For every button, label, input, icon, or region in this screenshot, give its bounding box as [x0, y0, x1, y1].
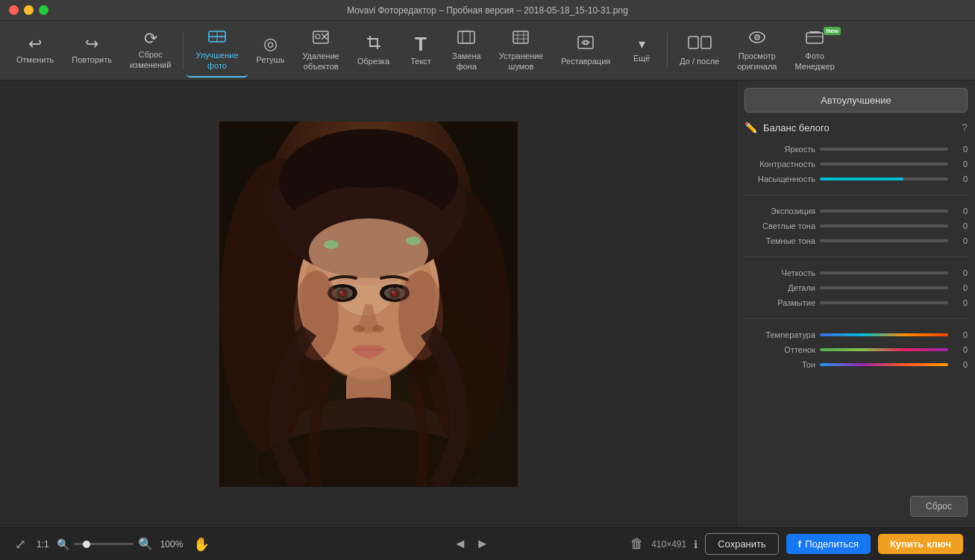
right-panel: Автоулучшение ✏️ Баланс белого ? Яркость…	[736, 81, 975, 527]
toolbar-bg-replace[interactable]: Замена фона	[443, 24, 490, 78]
preview-icon	[747, 29, 767, 48]
svg-point-22	[756, 37, 758, 38]
zoom-controls[interactable]: 🔍 🔍	[57, 537, 153, 551]
share-button[interactable]: f Поделиться	[786, 534, 871, 554]
toolbar-undo[interactable]: ↩ Отменить	[7, 24, 63, 78]
title-bar: Movavi Фоторедактор – Пробная версия – 2…	[0, 0, 975, 21]
info-button[interactable]: ℹ	[694, 538, 697, 550]
minimize-button[interactable]	[24, 5, 34, 15]
zoom-minus-icon[interactable]: 🔍	[57, 538, 69, 550]
exposure-value: 0	[953, 207, 968, 215]
svg-rect-9	[458, 31, 474, 43]
white-balance-help[interactable]: ?	[962, 122, 968, 133]
crop-label: Обрезка	[357, 57, 389, 66]
ratio-label: 1:1	[37, 539, 49, 550]
toolbar-redo[interactable]: ↪ Повторить	[63, 24, 121, 78]
tone-value: 0	[953, 360, 968, 369]
details-slider[interactable]	[820, 286, 948, 289]
main-area: Автоулучшение ✏️ Баланс белого ? Яркость…	[0, 81, 975, 527]
saturation-slider[interactable]	[820, 177, 948, 180]
photo-manager-label: Фото Менеджер	[794, 51, 834, 71]
next-photo-button[interactable]: ►	[476, 536, 489, 552]
toolbar-text[interactable]: T Текст	[398, 24, 443, 78]
zoom-slider-thumb[interactable]	[83, 541, 90, 548]
toolbar-denoise[interactable]: Устранение шумов	[490, 24, 553, 78]
exposure-slider[interactable]	[820, 210, 948, 213]
exposure-row: Экспозиция 0	[744, 204, 968, 218]
tone-row: Тон 0	[744, 358, 968, 371]
toolbar-preview[interactable]: Просмотр оригинала	[728, 24, 786, 78]
close-button[interactable]	[9, 5, 19, 15]
temperature-row: Температура 0	[744, 328, 968, 342]
exposure-label: Экспозиция	[744, 207, 815, 215]
brightness-slider[interactable]	[820, 148, 948, 151]
zoom-plus-icon[interactable]: 🔍	[138, 537, 153, 551]
zoom-percent: 100%	[160, 539, 184, 550]
delete-button[interactable]: 🗑	[630, 536, 644, 552]
temperature-slider[interactable]	[820, 333, 948, 336]
toolbar-before-after[interactable]: До / после	[671, 24, 728, 78]
blur-slider[interactable]	[820, 301, 948, 304]
tone-slider[interactable]	[820, 363, 948, 366]
redo-icon: ↪	[85, 36, 98, 52]
window-controls[interactable]	[9, 5, 48, 15]
save-button[interactable]: Сохранить	[705, 533, 779, 555]
tint-slider[interactable]	[820, 348, 948, 351]
canvas-area[interactable]	[0, 81, 736, 527]
toolbar-separator-2	[667, 32, 668, 69]
svg-point-36	[309, 218, 428, 286]
svg-rect-19	[701, 37, 711, 48]
restore-icon	[576, 34, 595, 54]
text-label: Текст	[410, 57, 431, 66]
blur-label: Размытие	[744, 298, 815, 307]
preview-label: Просмотр оригинала	[737, 51, 777, 71]
bottom-bar: ⤢ 1:1 🔍 🔍 100% ✋ ◄ ► 🗑 410×491 ℹ Сохрани…	[0, 527, 975, 560]
white-balance-icon: ✏️	[744, 122, 757, 133]
sharpness-slider[interactable]	[820, 271, 948, 274]
highlights-slider[interactable]	[820, 224, 948, 227]
toolbar-restore[interactable]: Реставрация	[552, 24, 619, 78]
fullscreen-button[interactable]: ⤢	[12, 533, 29, 556]
toolbar-reset[interactable]: ⟳ Сброс изменений	[121, 24, 180, 78]
svg-point-50	[372, 325, 384, 333]
toolbar-retouch[interactable]: ◎ Ретушь	[248, 24, 294, 78]
zoom-slider-track[interactable]	[74, 543, 134, 545]
maximize-button[interactable]	[39, 5, 48, 15]
divider-2	[744, 257, 968, 257]
reset-button[interactable]: Сброс	[910, 496, 968, 517]
crop-icon	[366, 34, 382, 54]
shadows-slider[interactable]	[820, 239, 948, 242]
denoise-icon	[511, 29, 530, 48]
remove-objects-label: Удаление объектов	[302, 51, 339, 71]
undo-icon: ↩	[28, 36, 42, 52]
shadows-row: Темные тона 0	[744, 234, 968, 248]
toolbar-crop[interactable]: Обрезка	[348, 24, 398, 78]
sliders-group-3: Четкость 0 Детали 0 Размытие 0	[744, 266, 968, 309]
window-title: Movavi Фоторедактор – Пробная версия – 2…	[347, 5, 628, 16]
buy-key-button[interactable]: Купить ключ	[878, 534, 963, 554]
bottom-right: 🗑 410×491 ℹ Сохранить f Поделиться Купит…	[630, 533, 963, 555]
toolbar-more[interactable]: ▾ Ещё	[619, 24, 664, 78]
auto-enhance-button[interactable]: Автоулучшение	[744, 88, 968, 113]
svg-point-48	[392, 291, 398, 297]
svg-rect-10	[463, 31, 470, 43]
toolbar-photo-manager[interactable]: New Фото Менеджер	[786, 24, 843, 78]
hand-tool-button[interactable]: ✋	[190, 533, 213, 556]
photo-manager-icon	[805, 29, 824, 48]
svg-rect-11	[513, 31, 528, 43]
remove-objects-icon	[311, 29, 330, 48]
contrast-label: Контрастность	[744, 160, 815, 169]
svg-point-53	[324, 240, 339, 249]
sliders-group-2: Экспозиция 0 Светлые тона 0 Темные тона …	[744, 204, 968, 248]
blur-value: 0	[953, 298, 968, 307]
prev-photo-button[interactable]: ◄	[454, 536, 467, 552]
bg-replace-label: Замена фона	[452, 51, 481, 71]
white-balance-label: Баланс белого	[763, 122, 956, 133]
svg-rect-23	[806, 33, 823, 43]
denoise-label: Устранение шумов	[499, 51, 544, 71]
contrast-slider[interactable]	[820, 163, 948, 166]
toolbar-remove-objects[interactable]: Удаление объектов	[293, 24, 348, 78]
toolbar-enhance[interactable]: Улучшение фото	[186, 24, 247, 78]
tint-row: Оттенок 0	[744, 343, 968, 356]
retouch-label: Ретушь	[257, 55, 285, 65]
